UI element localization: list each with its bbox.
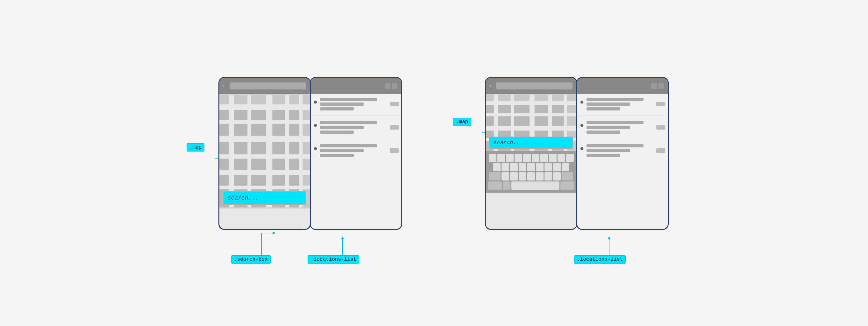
left-phone-header-2: ← bbox=[486, 78, 576, 94]
header-icon-2 bbox=[392, 83, 397, 89]
phones-row-1: ← bbox=[218, 77, 402, 230]
header-icon-3 bbox=[651, 83, 657, 89]
svg-rect-42 bbox=[289, 175, 299, 185]
kb-key-b[interactable] bbox=[536, 172, 544, 181]
kb-key-g[interactable] bbox=[527, 163, 535, 171]
svg-rect-69 bbox=[552, 105, 564, 113]
kb-key-u[interactable] bbox=[540, 154, 548, 162]
kb-key-h[interactable] bbox=[536, 163, 544, 171]
kb-key-p[interactable] bbox=[566, 154, 574, 162]
loc-btn-2-2 bbox=[656, 125, 665, 130]
location-lines-1 bbox=[320, 98, 387, 110]
loc-line-2-2-1 bbox=[587, 121, 644, 124]
svg-rect-14 bbox=[228, 95, 234, 207]
kb-row-4 bbox=[488, 182, 575, 190]
diagram-2: .map .search-box .locations-list ← bbox=[453, 64, 681, 262]
loc-btn-2 bbox=[390, 125, 399, 130]
svg-rect-67 bbox=[514, 105, 529, 113]
loc-line-2-1-1 bbox=[587, 98, 644, 101]
svg-rect-73 bbox=[535, 116, 548, 125]
locations-panel-2: ● ● bbox=[577, 94, 668, 230]
map-annotation-1: .map bbox=[187, 143, 205, 152]
locations-list-annotation-1: .locations-list bbox=[308, 255, 359, 264]
pin-icon-2: ● bbox=[313, 122, 317, 130]
svg-rect-15 bbox=[247, 95, 251, 207]
kb-key-return[interactable] bbox=[560, 182, 575, 190]
svg-rect-37 bbox=[289, 159, 299, 170]
svg-rect-27 bbox=[219, 110, 228, 120]
kb-key-emoji[interactable] bbox=[503, 182, 510, 190]
kb-key-space[interactable] bbox=[512, 182, 559, 190]
search-input-2[interactable]: search... bbox=[489, 137, 573, 149]
header-bar-2 bbox=[496, 83, 572, 90]
loc-btn-1 bbox=[390, 102, 399, 106]
loc-line-3-2 bbox=[320, 149, 364, 152]
loc-line-2-1-2 bbox=[587, 102, 630, 106]
svg-rect-28 bbox=[219, 124, 228, 136]
kb-row-3 bbox=[488, 172, 575, 181]
kb-key-o[interactable] bbox=[558, 154, 565, 162]
svg-rect-70 bbox=[486, 105, 494, 113]
location-item-2-1: ● bbox=[580, 98, 665, 110]
location-item-3: ● bbox=[313, 144, 399, 157]
left-phone-2: ← bbox=[485, 77, 577, 230]
loc-line-2-2-2 bbox=[587, 126, 630, 129]
kb-key-i[interactable] bbox=[549, 154, 557, 162]
diagram-1: .map .search-box .locations-list ← bbox=[187, 64, 415, 262]
map-annotation-2: .map bbox=[453, 118, 471, 126]
left-phone-header-1: ← bbox=[219, 78, 310, 94]
kb-key-m[interactable] bbox=[553, 172, 561, 181]
kb-key-shift[interactable] bbox=[489, 172, 500, 181]
header-icons-1 bbox=[385, 83, 397, 89]
kb-key-backspace[interactable] bbox=[562, 172, 573, 181]
svg-rect-30 bbox=[251, 142, 266, 154]
kb-key-y[interactable] bbox=[532, 154, 539, 162]
kb-key-r[interactable] bbox=[515, 154, 522, 162]
phones-row-2: ← bbox=[485, 77, 669, 230]
kb-key-v[interactable] bbox=[527, 172, 535, 181]
kb-key-s[interactable] bbox=[501, 163, 509, 171]
kb-key-c[interactable] bbox=[519, 172, 526, 181]
search-input-1[interactable]: search... bbox=[223, 191, 306, 205]
svg-marker-4 bbox=[273, 231, 276, 235]
kb-key-w[interactable] bbox=[497, 154, 505, 162]
location-item-2-2: ● bbox=[580, 121, 665, 134]
kb-key-n[interactable] bbox=[545, 172, 552, 181]
kb-key-q[interactable] bbox=[489, 154, 496, 162]
header-icon-1 bbox=[385, 83, 391, 89]
search-text-2: search... bbox=[494, 140, 523, 146]
kb-key-a[interactable] bbox=[493, 163, 500, 171]
kb-key-l[interactable] bbox=[562, 163, 569, 171]
kb-key-j[interactable] bbox=[545, 163, 552, 171]
location-lines-2-2 bbox=[587, 121, 654, 134]
location-item-1: ● bbox=[313, 98, 399, 110]
pin-icon-3: ● bbox=[313, 145, 317, 153]
kb-key-x[interactable] bbox=[510, 172, 518, 181]
kb-key-e[interactable] bbox=[506, 154, 514, 162]
kb-key-f[interactable] bbox=[519, 163, 526, 171]
search-text-1: search... bbox=[228, 195, 258, 201]
search-box-annotation-1: .search-box bbox=[231, 255, 271, 264]
kb-key-t[interactable] bbox=[523, 154, 531, 162]
location-lines-2 bbox=[320, 121, 387, 134]
loc-line-2-3-3 bbox=[587, 154, 620, 157]
kb-key-k[interactable] bbox=[553, 163, 561, 171]
pin-icon-1: ● bbox=[313, 98, 317, 106]
svg-rect-22 bbox=[251, 124, 266, 136]
loc-line-2-2 bbox=[320, 126, 364, 129]
kb-key-d[interactable] bbox=[510, 163, 518, 171]
loc-btn-3 bbox=[390, 149, 399, 153]
kb-key-123[interactable] bbox=[488, 182, 502, 190]
location-lines-2-1 bbox=[587, 98, 654, 110]
svg-rect-40 bbox=[251, 175, 266, 185]
loc-line-1-2 bbox=[320, 102, 364, 106]
svg-rect-34 bbox=[234, 159, 247, 170]
svg-rect-31 bbox=[272, 142, 285, 154]
map-area-2: search... bbox=[486, 94, 576, 151]
kb-key-z[interactable] bbox=[501, 172, 509, 181]
svg-rect-35 bbox=[251, 159, 266, 170]
svg-rect-32 bbox=[289, 142, 299, 154]
svg-rect-18 bbox=[299, 95, 303, 207]
pin-icon-2-2: ● bbox=[580, 122, 584, 130]
svg-rect-33 bbox=[219, 142, 228, 154]
